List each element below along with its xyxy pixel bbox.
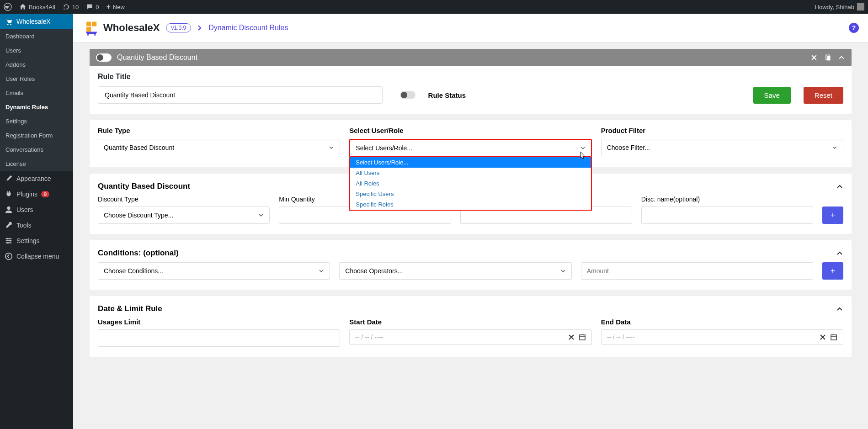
header-bar: WholesaleX v1.0.9 Dynamic Discount Rules… (73, 14, 868, 42)
sidebar-item-users[interactable]: Users (0, 43, 73, 58)
chevron-right-icon (197, 25, 202, 31)
reset-button[interactable]: Reset (804, 87, 843, 104)
sidebar-item-appearance[interactable]: Appearance (0, 171, 73, 186)
chevron-up-icon[interactable] (836, 183, 843, 190)
comments-link[interactable]: 0 (86, 3, 99, 11)
user-role-label: Select User/Role (349, 127, 591, 134)
user-role-select[interactable]: Select Users/Role... (349, 139, 591, 157)
chevron-up-icon[interactable] (836, 249, 843, 257)
updates-count: 10 (72, 4, 79, 11)
operators-select[interactable]: Choose Operators... (339, 262, 571, 280)
close-icon[interactable] (810, 54, 818, 61)
conditions-value: Choose Conditions... (104, 267, 163, 275)
account-link[interactable]: Howdy, Shihab (815, 3, 864, 11)
clear-icon[interactable] (819, 334, 826, 341)
clear-icon[interactable] (568, 334, 575, 341)
rule-collapsed-bar: Quantity Based Discount (90, 49, 852, 66)
rule-type-label: Rule Type (98, 127, 340, 134)
sidebar-item-registration-form[interactable]: Registration Form (0, 128, 73, 143)
disc-name-label: Disc. name(optional) (641, 196, 813, 203)
sidebar-item-user-roles[interactable]: User Roles (0, 72, 73, 86)
sidebar-item-collapse[interactable]: Collapse menu (0, 249, 73, 264)
sidebar-item-settings-main[interactable]: Settings (0, 233, 73, 249)
discount-type-label: Discount Type (98, 196, 270, 203)
main-content: WholesaleX v1.0.9 Dynamic Discount Rules… (73, 14, 868, 429)
wholesalex-logo: WholesaleX (84, 20, 160, 36)
version-badge: v1.0.9 (166, 23, 191, 32)
howdy-text: Howdy, Shihab (815, 4, 854, 11)
start-date-input[interactable]: -- / -- / ---- (349, 329, 591, 345)
wrench-icon (5, 221, 13, 229)
copy-icon[interactable] (824, 54, 831, 61)
logo-icon (84, 20, 100, 36)
conditions-select[interactable]: Choose Conditions... (98, 262, 330, 280)
disc-name-input[interactable] (641, 207, 813, 224)
rule-status-toggle[interactable] (400, 91, 415, 99)
add-tier-button[interactable]: + (822, 207, 843, 224)
start-date-label: Start Date (349, 318, 591, 326)
dropdown-option-specific-users[interactable]: Specific Users (350, 189, 591, 199)
rule-enable-toggle[interactable] (96, 53, 112, 62)
comment-icon (86, 3, 93, 11)
help-icon[interactable]: ? (849, 23, 859, 33)
rule-title-input[interactable] (98, 86, 383, 104)
svg-point-12 (94, 34, 96, 36)
usages-limit-input[interactable] (98, 329, 340, 347)
chevron-down-icon (258, 212, 264, 218)
sidebar-item-conversations[interactable]: Conversations (0, 143, 73, 157)
sidebar-item-license[interactable]: License (0, 157, 73, 171)
dropdown-option-specific-roles[interactable]: Specific Roles (350, 199, 591, 210)
chevron-up-icon[interactable] (838, 54, 845, 61)
discount-type-select[interactable]: Choose Discount Type... (98, 207, 270, 224)
sidebar-item-emails[interactable]: Emails (0, 86, 73, 100)
discount-type-value: Choose Discount Type... (104, 212, 173, 219)
sidebar-item-dashboard[interactable]: Dashboard (0, 29, 73, 43)
rule-type-panel: Rule Type Quantity Based Discount Select… (90, 120, 852, 167)
end-date-input[interactable]: -- / -- / ---- (601, 329, 843, 345)
dropdown-option-all-roles[interactable]: All Roles (350, 178, 591, 189)
svg-point-2 (10, 24, 11, 25)
sidebar-item-users-main[interactable]: Users (0, 202, 73, 217)
sidebar-top-label: WholesaleX (16, 18, 51, 25)
rule-type-select[interactable]: Quantity Based Discount (98, 139, 340, 156)
end-date-label: End Data (601, 318, 843, 326)
site-name: Books4All (29, 4, 55, 11)
sidebar-item-dynamic-rules[interactable]: Dynamic Rules (0, 100, 73, 114)
new-link[interactable]: + New (107, 3, 125, 11)
sidebar-item-settings[interactable]: Settings (0, 114, 73, 128)
plus-icon: + (107, 3, 111, 11)
sidebar-item-addons[interactable]: Addons (0, 58, 73, 72)
calendar-icon[interactable] (579, 334, 586, 341)
svg-point-3 (7, 207, 10, 210)
cursor-icon (579, 151, 586, 160)
chevron-down-icon (580, 145, 586, 151)
svg-rect-9 (92, 21, 96, 26)
cart-icon (5, 17, 13, 26)
wp-logo-icon[interactable] (4, 3, 12, 11)
rule-bar-title: Quantity Based Discount (117, 53, 197, 62)
calendar-icon[interactable] (830, 334, 837, 341)
user-role-value: Select Users/Role... (356, 144, 412, 152)
rule-title-label: Rule Title (98, 73, 843, 81)
site-link[interactable]: Books4All (19, 3, 55, 11)
product-filter-select[interactable]: Choose Filter... (601, 139, 843, 156)
condition-amount-input[interactable] (581, 262, 813, 280)
svg-point-6 (7, 242, 9, 244)
save-button[interactable]: Save (753, 87, 791, 104)
add-condition-button[interactable]: + (822, 262, 843, 280)
user-icon (5, 206, 13, 214)
date-limit-title: Date & Limit Rule (98, 304, 162, 313)
dropdown-option-placeholder[interactable]: Select Users/Role... (350, 157, 591, 168)
svg-point-11 (87, 34, 89, 36)
updates-link[interactable]: 10 (63, 3, 79, 11)
sidebar-item-tools[interactable]: Tools (0, 217, 73, 233)
svg-rect-10 (86, 27, 91, 32)
sidebar-item-plugins[interactable]: Plugins 9 (0, 186, 73, 202)
home-icon (19, 3, 27, 11)
sidebar-item-wholesalex[interactable]: WholesaleX (0, 14, 73, 29)
dropdown-option-all-users[interactable]: All Users (350, 168, 591, 178)
svg-point-5 (10, 240, 11, 242)
chevron-up-icon[interactable] (836, 305, 843, 312)
breadcrumb: Dynamic Discount Rules (208, 24, 288, 32)
conditions-title: Conditions: (optional) (98, 249, 179, 258)
